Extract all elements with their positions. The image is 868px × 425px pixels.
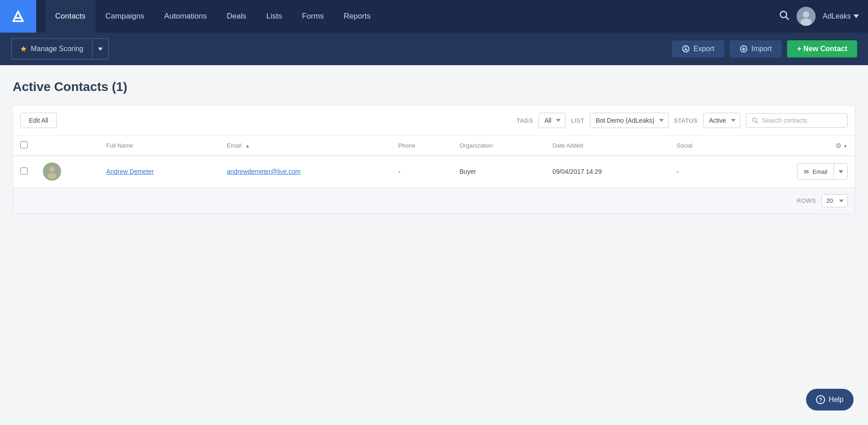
nav-item-reports[interactable]: Reports bbox=[334, 0, 381, 33]
export-label: Export bbox=[693, 45, 714, 53]
row-checkbox[interactable] bbox=[20, 167, 28, 175]
nav-menu: Contacts Campaigns Automations Deals Lis… bbox=[36, 0, 769, 33]
top-nav: Contacts Campaigns Automations Deals Lis… bbox=[0, 0, 868, 33]
star-icon: ★ bbox=[20, 44, 27, 54]
svg-point-5 bbox=[801, 19, 811, 26]
nav-item-deals[interactable]: Deals bbox=[217, 0, 256, 33]
rows-per-page-select[interactable]: 20 50 100 bbox=[821, 194, 848, 207]
col-actions[interactable]: ⚙ ▼ bbox=[729, 136, 855, 156]
nav-item-contacts[interactable]: Contacts bbox=[45, 0, 95, 33]
col-date: Date Added bbox=[545, 136, 669, 156]
tags-select[interactable]: All bbox=[538, 113, 566, 128]
row-date-cell: 09/04/2017 14:29 bbox=[545, 156, 669, 187]
search-icon[interactable] bbox=[778, 10, 789, 23]
col-name[interactable]: Full Name bbox=[99, 136, 220, 156]
svg-marker-0 bbox=[13, 11, 23, 21]
list-label: LIST bbox=[571, 117, 584, 124]
email-sort-icon: ▲ bbox=[245, 143, 250, 148]
svg-point-4 bbox=[803, 11, 809, 18]
import-label: Import bbox=[751, 45, 772, 53]
email-action-label: Email bbox=[812, 168, 827, 175]
new-contact-label: + New Contact bbox=[797, 45, 847, 53]
select-all-checkbox[interactable] bbox=[20, 141, 28, 148]
row-actions-cell: ✉ Email bbox=[729, 156, 855, 187]
svg-point-8 bbox=[753, 118, 757, 122]
tags-label: TAGS bbox=[517, 117, 533, 124]
avatar[interactable] bbox=[797, 7, 816, 26]
search-input[interactable] bbox=[762, 117, 842, 124]
nav-item-lists[interactable]: Lists bbox=[256, 0, 292, 33]
manage-scoring-main-btn[interactable]: ★ Manage Scoring bbox=[12, 39, 92, 58]
manage-scoring-button[interactable]: ★ Manage Scoring bbox=[11, 38, 109, 60]
manage-scoring-label: Manage Scoring bbox=[31, 45, 84, 53]
status-select[interactable]: Active bbox=[703, 113, 741, 128]
col-org: Organization bbox=[452, 136, 545, 156]
col-avatar bbox=[36, 136, 99, 156]
contact-avatar bbox=[43, 162, 61, 181]
svg-point-11 bbox=[49, 167, 55, 172]
manage-scoring-dropdown-btn[interactable] bbox=[92, 39, 108, 59]
svg-line-2 bbox=[786, 17, 788, 19]
col-social: Social bbox=[669, 136, 728, 156]
main-content: Active Contacts (1) Edit All TAGS All LI… bbox=[0, 65, 868, 229]
svg-point-1 bbox=[780, 11, 787, 18]
username-display[interactable]: AdLeaks bbox=[823, 12, 859, 20]
row-org-cell: Buyer bbox=[452, 156, 545, 187]
gear-icon[interactable]: ⚙ bbox=[835, 142, 841, 149]
contacts-table-container: Edit All TAGS All LIST Bot Demo (AdLeaks… bbox=[13, 105, 855, 214]
search-icon bbox=[752, 117, 758, 124]
table-footer: ROWS 20 50 100 bbox=[13, 187, 855, 214]
status-label: STATUS bbox=[674, 117, 698, 124]
email-action-dropdown-btn[interactable] bbox=[834, 164, 847, 179]
nav-item-forms[interactable]: Forms bbox=[292, 0, 334, 33]
nav-right: AdLeaks bbox=[769, 7, 868, 26]
col-email[interactable]: Email ▲ bbox=[220, 136, 391, 156]
new-contact-button[interactable]: + New Contact bbox=[787, 40, 857, 57]
email-action-button[interactable]: ✉ Email bbox=[797, 163, 848, 180]
page-title: Active Contacts (1) bbox=[13, 80, 855, 94]
nav-item-automations[interactable]: Automations bbox=[154, 0, 217, 33]
export-button[interactable]: Export bbox=[672, 40, 724, 57]
contacts-table: Full Name Email ▲ Phone Organization Dat… bbox=[13, 136, 855, 187]
row-social-cell: - bbox=[669, 156, 728, 187]
gear-dropdown-icon[interactable]: ▼ bbox=[843, 144, 848, 149]
row-avatar-cell bbox=[36, 156, 99, 187]
row-email-cell: andrewdemeter@live.com bbox=[220, 156, 391, 187]
contact-email-link[interactable]: andrewdemeter@live.com bbox=[227, 168, 301, 175]
col-phone: Phone bbox=[391, 136, 452, 156]
email-action-main-btn[interactable]: ✉ Email bbox=[797, 165, 834, 179]
col-select bbox=[13, 136, 36, 156]
table-header-row: Full Name Email ▲ Phone Organization Dat… bbox=[13, 136, 855, 156]
svg-line-9 bbox=[756, 122, 758, 124]
email-icon: ✉ bbox=[804, 168, 809, 175]
row-select-cell bbox=[13, 156, 36, 187]
app-logo[interactable] bbox=[0, 0, 36, 33]
import-button[interactable]: Import bbox=[730, 40, 782, 57]
sub-toolbar: ★ Manage Scoring Export Import + New Con… bbox=[0, 33, 868, 65]
contacts-tbody: Andrew Demeter andrewdemeter@live.com - … bbox=[13, 156, 855, 187]
table-row: Andrew Demeter andrewdemeter@live.com - … bbox=[13, 156, 855, 187]
nav-item-campaigns[interactable]: Campaigns bbox=[95, 0, 154, 33]
row-name-cell: Andrew Demeter bbox=[99, 156, 220, 187]
search-input-wrapper bbox=[746, 113, 848, 128]
table-toolbar: Edit All TAGS All LIST Bot Demo (AdLeaks… bbox=[13, 105, 855, 136]
rows-label: ROWS bbox=[797, 197, 816, 204]
contact-name-link[interactable]: Andrew Demeter bbox=[106, 168, 154, 175]
svg-point-12 bbox=[47, 173, 57, 179]
edit-all-button[interactable]: Edit All bbox=[20, 113, 57, 128]
row-phone-cell: - bbox=[391, 156, 452, 187]
list-select[interactable]: Bot Demo (AdLeaks) bbox=[590, 113, 669, 128]
